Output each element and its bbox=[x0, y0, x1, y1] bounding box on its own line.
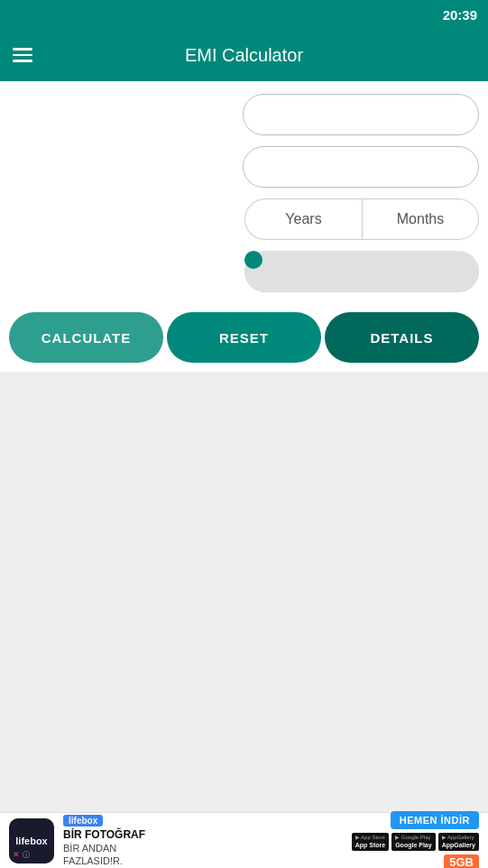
ad-cta-button[interactable]: HEMEN İNDİR bbox=[391, 811, 479, 829]
menu-button[interactable] bbox=[13, 48, 32, 62]
loan-amount-input[interactable] bbox=[243, 94, 479, 135]
ad-title: BİR FOTOĞRAF bbox=[63, 828, 343, 841]
interest-rate-input[interactable] bbox=[243, 146, 479, 188]
loan-amount-wrapper bbox=[9, 94, 479, 135]
ad-brand: lifebox bbox=[63, 815, 103, 826]
google-play-badge: ▶ Google Play Google Play bbox=[391, 833, 435, 852]
duration-slider[interactable] bbox=[244, 251, 479, 292]
action-buttons-row: CALCULATE RESET DETAILS bbox=[0, 312, 488, 372]
years-months-wrapper: Years Months bbox=[9, 199, 479, 240]
form-section: Years Months bbox=[0, 81, 488, 312]
ad-logo: lifebox ✕ ⓘ bbox=[9, 818, 54, 863]
app-title: EMI Calculator bbox=[47, 45, 441, 66]
months-button[interactable]: Months bbox=[362, 199, 479, 240]
app-bar: EMI Calculator bbox=[0, 29, 488, 81]
duration-slider-wrapper bbox=[9, 251, 479, 292]
result-area bbox=[0, 372, 488, 859]
interest-rate-wrapper bbox=[9, 146, 479, 188]
ad-cta-section: HEMEN İNDİR ▶ App Store App Store ▶ Goog… bbox=[352, 811, 479, 868]
ad-description: FAZLASID!R. bbox=[63, 855, 343, 866]
status-bar: 20:39 bbox=[0, 0, 488, 29]
ad-text: lifebox BİR FOTOĞRAF BİR ANDAN FAZLASID!… bbox=[63, 815, 343, 866]
app-store-badge: ▶ App Store App Store bbox=[352, 833, 389, 852]
ad-stores: ▶ App Store App Store ▶ Google Play Goog… bbox=[352, 833, 479, 852]
ad-data-offer: 5GB bbox=[444, 854, 479, 868]
years-button[interactable]: Years bbox=[244, 199, 362, 240]
details-button[interactable]: DETAILS bbox=[325, 312, 479, 363]
ad-subtitle: BİR ANDAN bbox=[63, 843, 343, 854]
app-gallery-badge: ▶ AppGallery AppGallery bbox=[438, 833, 479, 852]
status-time: 20:39 bbox=[443, 7, 477, 23]
calculate-button[interactable]: CALCULATE bbox=[9, 312, 163, 363]
ad-data-label: 5GB bbox=[444, 854, 479, 868]
reset-button[interactable]: RESET bbox=[167, 312, 321, 363]
ad-banner[interactable]: lifebox ✕ ⓘ lifebox BİR FOTOĞRAF BİR AND… bbox=[0, 812, 488, 868]
